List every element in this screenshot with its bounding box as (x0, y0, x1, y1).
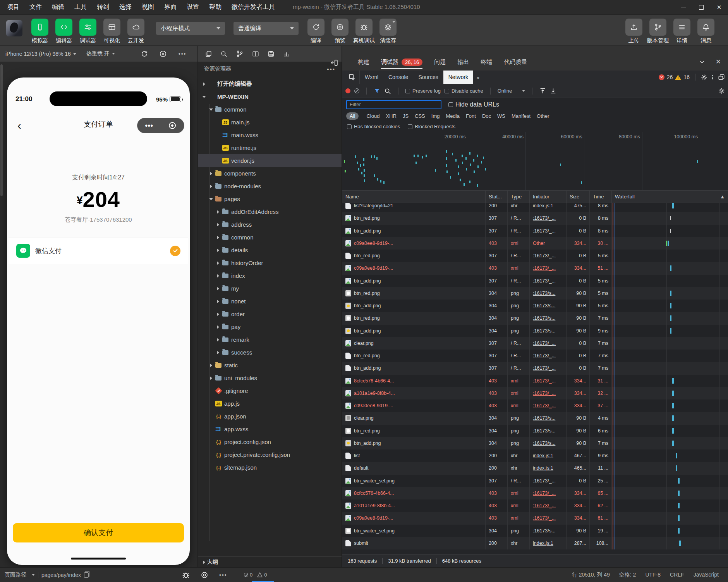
devtools-tab-Sources[interactable]: Sources (413, 71, 443, 84)
menu-item-微信开发者工具[interactable]: 微信开发者工具 (232, 3, 275, 11)
network-settings-gear-icon[interactable] (718, 88, 725, 94)
bug-icon[interactable] (182, 571, 190, 579)
maximize-button[interactable] (692, 0, 710, 15)
toolbar-编译[interactable]: 编译 (304, 19, 328, 44)
request-row[interactable]: btn_red.png307/ R...:16173/_...0 B8 ms (342, 212, 728, 224)
toolbar-预览[interactable]: 预览 (328, 19, 352, 44)
debugger-tab-终端[interactable]: 终端 (481, 59, 492, 67)
status-item[interactable]: 行 20510, 列 49 (572, 572, 610, 579)
request-row[interactable]: btn_add.png304png:16173/s...90 B7 ms (342, 437, 728, 449)
menu-item-界面[interactable]: 界面 (164, 3, 177, 11)
more-icon[interactable]: ••• (219, 572, 227, 578)
menu-item-编辑[interactable]: 编辑 (52, 3, 64, 11)
page-path-label[interactable]: 页面路径 (5, 572, 26, 579)
column-header-Name[interactable]: Name (342, 191, 486, 203)
mode-select[interactable]: 小程序模式 (156, 22, 225, 35)
request-row[interactable]: btn_add.png307/ R...:16173/_...0 B5 ms (342, 275, 728, 287)
save-icon[interactable] (268, 50, 275, 57)
request-row[interactable]: list200xhrindex.js:1467...9 ms (342, 449, 728, 462)
more-icon[interactable]: ••• (327, 66, 335, 72)
filter-input[interactable] (346, 100, 441, 109)
filter-chip-Img[interactable]: Img (429, 112, 443, 120)
column-header-Size[interactable]: Size (567, 191, 590, 203)
toolbar-调试器[interactable]: 调试器 (76, 19, 100, 44)
request-row[interactable]: clear.png307/ R...:16173/_...0 B7 ms (342, 337, 728, 350)
tree-item-MP-WEIXIN[interactable]: MP-WEIXIN (198, 90, 342, 103)
menu-item-项目[interactable]: 项目 (7, 3, 19, 11)
menu-item-文件[interactable]: 文件 (29, 3, 42, 11)
debugger-tab-代码质量[interactable]: 代码质量 (504, 59, 527, 67)
toolbar-编辑器[interactable]: 编辑器 (52, 19, 76, 44)
outline-section[interactable]: 大纲 (198, 556, 342, 567)
status-item[interactable]: JavaScript (694, 572, 719, 579)
request-row[interactable]: c09a0ee8-9d19-...403xml:16173/_...334...… (342, 262, 728, 274)
network-overview-timeline[interactable]: 20000 ms40000 ms60000 ms80000 ms100000 m… (342, 132, 728, 191)
tree-item-components[interactable]: components (198, 167, 342, 180)
tree-item-common[interactable]: common (198, 103, 342, 116)
close-icon[interactable]: ✕ (716, 58, 721, 66)
preserve-log-checkbox[interactable]: Preserve log (405, 88, 441, 94)
has-blocked-cookies-checkbox[interactable]: Has blocked cookies (347, 124, 400, 129)
request-row[interactable]: btn_red.png304png:16173/s...90 B5 ms (342, 287, 728, 300)
tree-item-historyOrder[interactable]: historyOrder (198, 257, 342, 269)
devtools-tab-Wxml[interactable]: Wxml (360, 71, 383, 84)
tree-item-project.private.config.json[interactable]: {..}project.private.config.json (198, 448, 342, 461)
tree-item-remark[interactable]: remark (198, 333, 342, 346)
tree-item-app.js[interactable]: JSapp.js (198, 397, 342, 410)
stop-icon[interactable] (159, 50, 167, 58)
debugger-tab-问题[interactable]: 问题 (434, 59, 446, 67)
tree-item-uni_modules[interactable]: uni_modules (198, 372, 342, 384)
toolbar-云开发[interactable]: 云开发 (124, 19, 148, 44)
request-row[interactable]: submit200xhrindex.js:1287...108... (342, 537, 728, 549)
status-item[interactable]: CRLF (670, 572, 684, 579)
filter-chip-All[interactable]: All (346, 112, 359, 120)
request-row[interactable]: c09a0ee8-9d19-...403xml:16173/_...334...… (342, 512, 728, 524)
tree-item-vendor.js[interactable]: JSvendor.js (198, 154, 342, 167)
devtools-tab-Network[interactable]: Network (443, 71, 473, 84)
debugger-tab-调试器[interactable]: 调试器26, 16 (381, 59, 422, 67)
tree-item-打开的编辑器[interactable]: 打开的编辑器 (198, 77, 342, 90)
tree-item-pay[interactable]: pay (198, 320, 342, 333)
problems-summary[interactable]: 0 0 (244, 572, 267, 578)
request-row[interactable]: btn_red.png307/ R...:16173/_...0 B5 ms (342, 250, 728, 262)
tree-item-success[interactable]: success (198, 346, 342, 359)
dock-side-icon[interactable] (718, 74, 725, 81)
payment-method-card[interactable]: 微信支付 (9, 237, 188, 264)
debugger-tab-输出[interactable]: 输出 (457, 59, 469, 67)
status-item[interactable]: UTF-8 (645, 572, 661, 579)
request-row[interactable]: btn_add.png304png:16173/s...90 B9 ms (342, 325, 728, 337)
blocked-requests-checkbox[interactable]: Blocked Requests (408, 124, 455, 129)
tree-item-address[interactable]: address (198, 218, 342, 231)
request-row[interactable]: btn_red.png304png:16173/s...90 B7 ms (342, 312, 728, 324)
more-tabs-icon[interactable]: » (473, 74, 482, 81)
toolbar-可视化[interactable]: 可视化 (100, 19, 124, 44)
request-row[interactable]: btn_waiter_sel.png304png:16173/s...90 B1… (342, 525, 728, 537)
toolbar-模拟器[interactable]: 模拟器 (28, 19, 52, 44)
hot-reload-toggle[interactable]: 热重载 开 (86, 50, 115, 57)
tree-item-details[interactable]: details (198, 244, 342, 257)
device-select[interactable]: iPhone 12/13 (Pro) 98% 16 (5, 51, 76, 57)
tree-item-pages[interactable]: pages (198, 193, 342, 205)
tree-item-index[interactable]: index (198, 269, 342, 282)
debugger-tab-构建[interactable]: 构建 (358, 59, 369, 67)
stats-icon[interactable] (283, 50, 290, 57)
tree-item-node-modules[interactable]: node-modules (198, 180, 342, 193)
capsule-exit-button[interactable] (161, 122, 184, 129)
tree-item-my[interactable]: my (198, 282, 342, 295)
tree-item-.gitignore[interactable]: .gitignore (198, 384, 342, 397)
toolbar-上传[interactable]: 上传 (622, 19, 646, 44)
export-har-icon[interactable] (550, 88, 556, 94)
split-editor-icon[interactable] (252, 50, 259, 57)
tree-item-project.config.json[interactable]: {..}project.config.json (198, 436, 342, 448)
search-icon[interactable] (220, 50, 227, 57)
confirm-pay-button[interactable]: 确认支付 (13, 523, 184, 542)
request-row[interactable]: btn_add.png304png:16173/s...90 B5 ms (342, 300, 728, 312)
toolbar-详情[interactable]: 详情 (670, 19, 694, 44)
request-row[interactable]: btn_add.png307/ R...:16173/_...0 B8 ms (342, 225, 728, 237)
filter-chip-Font[interactable]: Font (463, 112, 479, 120)
tree-item-app.wxss[interactable]: ヨapp.wxss (198, 423, 342, 436)
tree-item-common[interactable]: common (198, 231, 342, 244)
menu-item-转到[interactable]: 转到 (97, 3, 109, 11)
request-row[interactable]: list?categoryId=21200xhrindex.js:1475...… (342, 203, 728, 212)
close-button[interactable]: ✕ (710, 0, 728, 15)
